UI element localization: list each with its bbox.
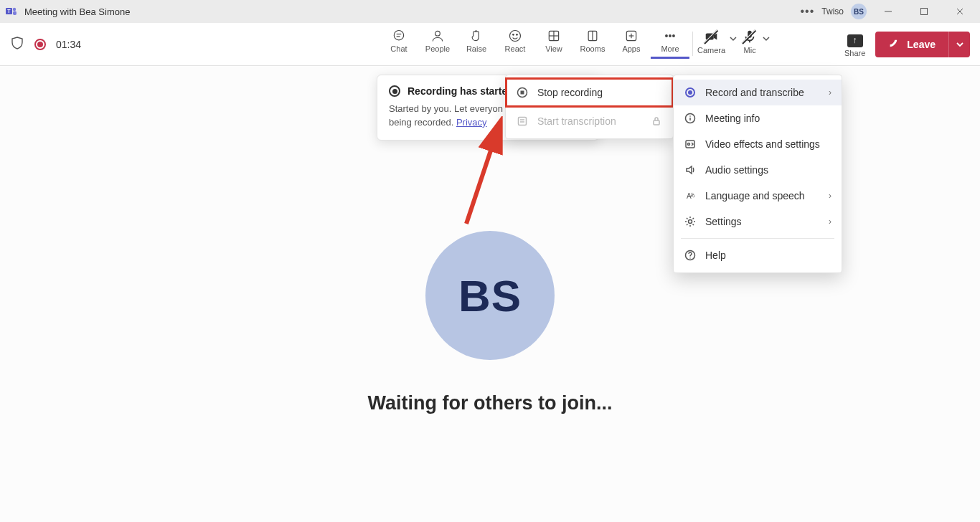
emoji-icon xyxy=(508,29,522,43)
help-icon xyxy=(684,249,697,262)
svg-rect-30 xyxy=(519,118,527,125)
share-screen-icon xyxy=(847,34,863,47)
more-dots-icon xyxy=(663,29,677,43)
more-menu: Record and transcribe › Meeting info Vid… xyxy=(673,75,842,273)
raise-button[interactable]: Raise xyxy=(457,27,496,53)
meeting-toolbar: 01:34 Chat People Raise React View Rooms xyxy=(0,23,980,66)
stop-recording-item[interactable]: Stop recording xyxy=(506,78,673,107)
title-bar: T Meeting with Bea Simone ••• Twiso BS xyxy=(0,0,980,23)
camera-button[interactable]: Camera xyxy=(697,27,725,54)
people-icon xyxy=(430,29,445,43)
more-button[interactable]: More xyxy=(651,27,689,59)
chevron-right-icon: › xyxy=(829,191,831,201)
waiting-text: Waiting for others to join... xyxy=(368,392,613,414)
svg-rect-26 xyxy=(705,33,713,39)
svg-line-44 xyxy=(466,127,499,224)
mic-chevron[interactable] xyxy=(758,27,774,43)
leave-button[interactable]: Leave xyxy=(875,32,948,57)
svg-point-13 xyxy=(513,34,514,36)
mic-off-icon xyxy=(741,29,758,44)
svg-point-36 xyxy=(689,115,691,117)
svg-rect-5 xyxy=(921,9,928,15)
apps-icon xyxy=(624,29,639,43)
svg-rect-29 xyxy=(521,91,524,95)
svg-rect-2 xyxy=(13,11,17,16)
privacy-link[interactable]: Privacy xyxy=(456,117,487,128)
view-button[interactable]: View xyxy=(534,27,573,53)
mic-button[interactable]: Mic xyxy=(741,27,758,54)
svg-rect-33 xyxy=(654,120,659,125)
rooms-icon xyxy=(585,29,600,43)
recording-indicator-icon[interactable] xyxy=(34,39,46,50)
svg-point-12 xyxy=(509,31,520,42)
apps-button[interactable]: Apps xyxy=(612,27,651,53)
toolbar-divider xyxy=(692,32,693,56)
shield-icon[interactable] xyxy=(10,36,24,53)
svg-point-23 xyxy=(666,35,668,37)
leave-dropdown[interactable] xyxy=(948,32,970,57)
avatar[interactable]: BS xyxy=(851,4,867,19)
record-circle-icon xyxy=(389,85,400,97)
info-icon xyxy=(684,112,697,125)
svg-point-41 xyxy=(689,220,692,224)
rooms-button[interactable]: Rooms xyxy=(573,27,612,53)
audio-icon xyxy=(684,163,697,176)
recording-notice-title: Recording has started xyxy=(407,85,514,97)
teams-logo-icon: T xyxy=(6,6,17,17)
radio-on-icon xyxy=(684,86,697,99)
signed-in-user: Twiso xyxy=(821,6,844,16)
svg-point-24 xyxy=(669,35,672,37)
svg-point-14 xyxy=(517,34,518,36)
menu-separator xyxy=(681,238,834,239)
stop-icon xyxy=(516,86,529,99)
more-audio-settings[interactable]: Audio settings xyxy=(674,157,842,183)
view-grid-icon xyxy=(547,29,561,43)
lock-icon xyxy=(650,115,663,128)
svg-text:あ: あ xyxy=(690,192,695,198)
chevron-right-icon: › xyxy=(829,217,831,227)
more-record-transcribe[interactable]: Record and transcribe › xyxy=(674,80,842,105)
maximize-button[interactable] xyxy=(910,1,938,22)
more-help[interactable]: Help xyxy=(674,242,842,268)
participant-avatar: BS xyxy=(425,231,555,360)
svg-point-38 xyxy=(688,143,690,146)
record-submenu: Stop recording Start transcription xyxy=(505,75,674,139)
chat-button[interactable]: Chat xyxy=(380,27,418,53)
more-settings[interactable]: Settings › xyxy=(674,209,842,234)
more-meeting-info[interactable]: Meeting info xyxy=(674,105,842,131)
hangup-icon xyxy=(888,38,901,51)
video-effects-icon xyxy=(684,138,697,151)
react-button[interactable]: React xyxy=(496,27,534,53)
leave-button-group: Leave xyxy=(875,32,970,57)
minimize-button[interactable] xyxy=(874,1,903,22)
share-button[interactable]: Share xyxy=(844,32,865,57)
camera-off-icon xyxy=(703,29,720,44)
language-icon: Aあ xyxy=(684,189,697,202)
svg-rect-27 xyxy=(748,31,752,38)
start-transcription-item: Start transcription xyxy=(506,107,673,136)
svg-point-43 xyxy=(689,257,690,258)
gear-icon xyxy=(684,215,697,228)
more-video-effects[interactable]: Video effects and settings xyxy=(674,131,842,157)
camera-chevron[interactable] xyxy=(725,27,741,43)
window-title: Meeting with Bea Simone xyxy=(24,6,130,17)
chevron-right-icon: › xyxy=(829,87,831,98)
svg-point-1 xyxy=(13,8,16,11)
svg-point-11 xyxy=(435,31,440,36)
meeting-timer: 01:34 xyxy=(56,39,81,50)
titlebar-more-icon[interactable]: ••• xyxy=(801,5,815,18)
chat-icon xyxy=(392,29,406,43)
svg-text:T: T xyxy=(7,9,11,14)
svg-point-8 xyxy=(394,31,403,40)
more-language-speech[interactable]: Aあ Language and speech › xyxy=(674,183,842,209)
raise-hand-icon xyxy=(469,29,484,43)
people-button[interactable]: People xyxy=(418,27,457,53)
transcript-icon xyxy=(516,115,529,128)
meeting-stage: BS Waiting for others to join... Recordi… xyxy=(0,66,980,522)
close-button[interactable] xyxy=(946,1,974,22)
svg-point-25 xyxy=(673,35,675,37)
